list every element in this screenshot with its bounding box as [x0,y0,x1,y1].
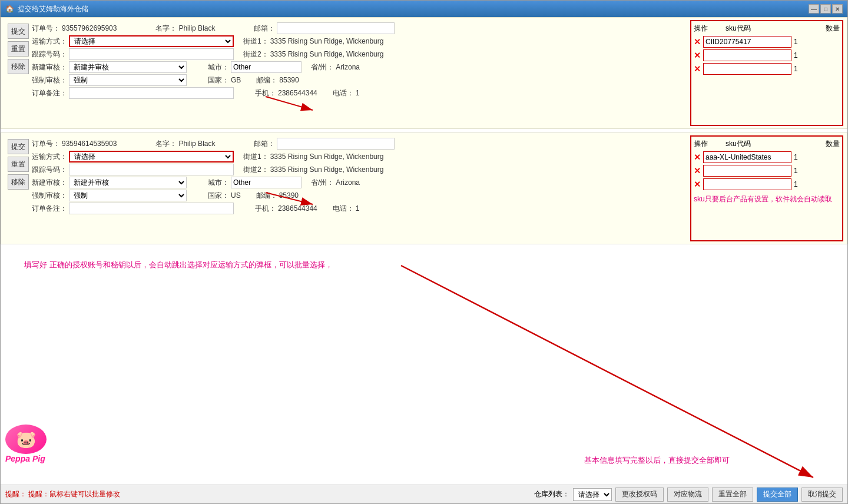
update-auth-button[interactable]: 更改授权码 [615,488,664,502]
order1-note-label: 订单备注： [32,88,67,98]
order2-row-force: 强制审核： 强制 国家： US 邮编： 85390 [32,190,690,201]
order2-sku-delete-1[interactable]: ✕ [694,152,701,162]
order2-country-value: US [231,191,241,200]
order2-zipcode-label: 邮编： [256,191,277,201]
order1-sku-qty-3: 1 [794,65,798,73]
logistics-button[interactable]: 对应物流 [667,488,708,502]
peppa-pig-logo: 🐷 Peppa Pig [5,425,47,463]
reset-button-2[interactable]: 重置 [8,157,29,172]
hint-text: 提醒：鼠标右键可以批量修改 [28,490,120,498]
order2-row-note: 订单备注： 手机： 2386544344 电话： 1 [32,203,690,214]
order1-row-orderno: 订单号： 93557962695903 名字： Philip Black 邮箱： [32,22,690,34]
order1-row-tracking: 跟踪号码： 街道2： 3335 Rising Sun Ridge, Wicken… [32,48,690,60]
info-text-container: 填写好 正确的授权账号和秘钥以后，会自动跳出选择对应运输方式的弹框，可以批量选择… [1,254,847,276]
order2-sku-label: sku代码 [726,139,751,149]
order2-email-field: 邮箱： [254,138,395,150]
order1-tracking-input[interactable] [69,48,234,60]
order1-zipcode-label: 邮编： [256,75,277,85]
order1-qty-label: 数量 [826,24,840,34]
order1-force-select[interactable]: 强制 [69,74,187,86]
order1-state-field: 省/州： Arizona [311,62,360,72]
cancel-submit-button[interactable]: 取消提交 [801,488,843,502]
order1-street2-label: 街道2： [243,49,269,59]
order2-review-select[interactable]: 新建并审核 [69,177,187,188]
order2-name-field: 名字： Philip Black [155,139,215,149]
remove-button-1[interactable]: 移除 [8,59,29,74]
order1-city-label: 城市： [208,62,229,72]
title-bar-controls[interactable]: — □ ✕ [809,4,843,14]
order2-transport-select[interactable]: 请选择 [69,151,234,163]
reset-all-button[interactable]: 重置全部 [712,488,753,502]
order2-tel-field: 电话： 1 [333,204,360,214]
order2-sku-delete-2[interactable]: ✕ [694,166,701,175]
order2-street2-label: 街道2： [243,165,269,175]
order2-zipcode-value: 85390 [279,191,299,200]
order2-note-field: 订单备注： [32,203,234,214]
order2-zipcode-field: 邮编： 85390 [256,191,299,201]
order1-street1-field: 街道1： 3335 Rising Sun Ridge, Wickenburg [243,37,383,47]
maximize-button[interactable]: □ [820,4,831,14]
order1-review-select[interactable]: 新建并审核 [69,61,187,73]
order1-tel-value: 1 [356,89,360,97]
order2-tracking-input[interactable] [69,164,234,175]
order1-tel-label: 电话： [333,88,354,98]
order1-zipcode-field: 邮编： 85390 [256,75,299,85]
minimize-button[interactable]: — [809,4,819,14]
bottom-bar: 提醒： 提醒：鼠标右键可以批量修改 仓库列表： 请选择 更改授权码 对应物流 重… [1,485,847,503]
warehouse-select[interactable]: 请选择 [573,488,612,501]
order2-name-label: 名字： [155,139,177,149]
order2-note-input[interactable] [69,203,234,214]
order1-phone-label: 手机： [255,88,276,98]
main-content: 提交 重置 移除 订单号： 93557962695903 名字： [1,17,847,485]
order1-email-input[interactable] [277,22,395,34]
order2-email-input[interactable] [277,138,395,150]
order2-city-input[interactable] [231,177,302,188]
order2-sku-input-3[interactable] [703,178,791,190]
submit-button-2[interactable]: 提交 [8,139,29,154]
order2-sku-row-1: ✕ 1 [694,151,840,163]
reset-button-1[interactable]: 重置 [8,41,29,57]
order1-email-label: 邮箱： [254,24,275,34]
order1-sku-input-3[interactable] [703,63,791,75]
order2-street1-label: 街道1： [243,152,269,162]
order2-sku-delete-3[interactable]: ✕ [694,180,701,189]
order2-sku-input-2[interactable] [703,165,791,177]
order2-transport-field: 运输方式： 请选择 [32,151,234,163]
order2-review-field: 新建审核： 新建并审核 [32,177,187,188]
order1-sku-delete-2[interactable]: ✕ [694,51,701,60]
order1-sku-header: 操作 sku代码 数量 [694,24,840,34]
order1-sku-qty-1: 1 [794,38,798,46]
close-button[interactable]: ✕ [832,4,843,14]
order2-force-select[interactable]: 强制 [69,190,187,201]
order1-phone-value: 2386544344 [278,89,317,97]
order1-transport-field: 运输方式： 请选择 [32,35,234,47]
order1-transport-select[interactable]: 请选择 [69,35,234,47]
order2-street2-field: 街道2： 3335 Rising Sun Ridge, Wickenburg [243,165,383,175]
order1-note-input[interactable] [69,87,234,99]
order1-email-field: 邮箱： [254,22,395,34]
order2-op-label: 操作 [694,139,708,149]
order1-sku-delete-3[interactable]: ✕ [694,64,701,74]
order1-country-value: GB [231,76,241,84]
order2-sku-input-1[interactable] [703,151,791,163]
order1-row-transport: 运输方式： 请选择 街道1： 3335 Rising Sun Ridge, Wi… [32,35,690,47]
order2-force-field: 强制审核： 强制 [32,190,187,201]
order1-action-buttons: 提交 重置 移除 [5,20,32,126]
submit-button-1[interactable]: 提交 [8,24,29,39]
order1-tel-field: 电话： 1 [333,88,360,98]
order2-country-field: 国家： US [208,191,241,201]
remove-button-2[interactable]: 移除 [8,174,29,190]
order2-sku-qty-2: 1 [794,167,798,175]
order1-sku-input-1[interactable] [703,36,791,48]
order2-transport-label: 运输方式： [32,152,67,162]
arrows-svg [1,248,847,485]
order1-sku-input-2[interactable] [703,49,791,61]
order1-street1-value: 3335 Rising Sun Ridge, Wickenburg [270,37,384,45]
order1-sku-delete-1[interactable]: ✕ [694,37,701,47]
order1-zipcode-value: 85390 [279,76,299,84]
submit-all-button[interactable]: 提交全部 [757,488,798,502]
order2-tracking-field: 跟踪号码： [32,164,234,175]
order1-fields: 订单号： 93557962695903 名字： Philip Black 邮箱： [32,20,690,126]
order-container-1: 提交 重置 移除 订单号： 93557962695903 名字： [5,20,843,126]
order1-city-input[interactable] [231,61,302,73]
